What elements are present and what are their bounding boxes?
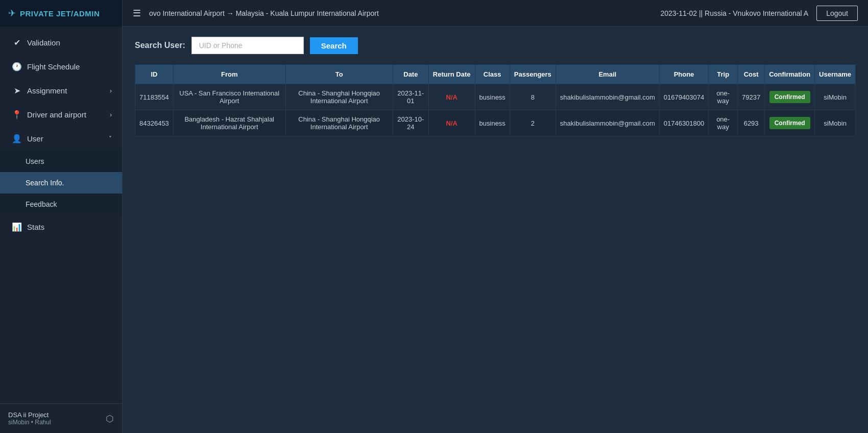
menu-icon[interactable]: ☰ <box>133 8 141 19</box>
cell-to: China - Shanghai Hongqiao International … <box>285 84 393 110</box>
sidebar-item-label: Driver and airport <box>27 110 86 119</box>
sidebar-item-label: Stats <box>27 223 44 231</box>
chevron-right-icon: › <box>110 111 112 118</box>
confirmed-badge: Confirmed <box>769 91 810 103</box>
logo-text: PRIVATE JET/ADMIN <box>20 9 100 18</box>
col-return-date: Return Date <box>428 65 475 84</box>
checkmark-icon: ✔ <box>12 38 22 47</box>
col-cost: Cost <box>738 65 765 84</box>
cell-class: business <box>475 110 510 136</box>
col-phone: Phone <box>659 65 709 84</box>
cell-class: business <box>475 84 510 110</box>
cell-passengers: 2 <box>510 110 556 136</box>
topbar-date: 2023-11-02 || Russia - Vnukovo Internati… <box>660 9 808 17</box>
sidebar-navigation: ✔ Validation 🕐 Flight Schedule ➤ Assignm… <box>0 27 122 403</box>
col-id: ID <box>135 65 174 84</box>
cell-return-date: N/A <box>428 110 475 136</box>
search-bar: Search User: Search <box>135 37 856 54</box>
cell-cost: 79237 <box>738 84 765 110</box>
cell-date: 2023-11-01 <box>393 84 428 110</box>
col-from: From <box>173 65 285 84</box>
footer-users: siMobin • Rahul <box>8 419 51 426</box>
sidebar-item-stats[interactable]: 📊 Stats <box>0 215 122 239</box>
cell-phone: 01679403074 <box>659 84 709 110</box>
clock-icon: 🕐 <box>12 62 22 71</box>
col-confirmation: Confirmation <box>765 65 815 84</box>
user-submenu: Users Search Info. Feedback <box>0 151 122 215</box>
search-button[interactable]: Search <box>310 37 358 54</box>
na-value: N/A <box>446 119 457 127</box>
bookings-table: ID From To Date Return Date Class Passen… <box>135 64 856 136</box>
cell-return-date: N/A <box>428 84 475 110</box>
page-content: Search User: Search ID From To Date Retu… <box>123 27 868 433</box>
cell-date: 2023-10-24 <box>393 110 428 136</box>
col-date: Date <box>393 65 428 84</box>
col-class: Class <box>475 65 510 84</box>
table-header-row: ID From To Date Return Date Class Passen… <box>135 65 856 84</box>
sidebar-item-label: Assignment <box>27 86 67 95</box>
sidebar-subitem-feedback[interactable]: Feedback <box>0 194 122 215</box>
topbar-route: ovo International Airport → Malaysia - K… <box>149 9 652 17</box>
sidebar-logo: ✈ PRIVATE JET/ADMIN <box>0 0 122 27</box>
cell-passengers: 8 <box>510 84 556 110</box>
cell-trip: one-way <box>709 110 738 136</box>
sidebar-subitem-search-info[interactable]: Search Info. <box>0 172 122 194</box>
cell-confirmation: Confirmed <box>765 110 815 136</box>
project-name: DSA ii Project <box>8 411 51 419</box>
cell-phone: 01746301800 <box>659 110 709 136</box>
sidebar-footer: DSA ii Project siMobin • Rahul ⬡ <box>0 403 122 433</box>
cell-to: China - Shanghai Hongqiao International … <box>285 110 393 136</box>
logout-button[interactable]: Logout <box>816 6 858 21</box>
topbar: ☰ ovo International Airport → Malaysia -… <box>123 0 868 27</box>
cell-username: siMobin <box>815 110 856 136</box>
stats-icon: 📊 <box>12 222 22 232</box>
col-to: To <box>285 65 393 84</box>
table-row: 71183554USA - San Francisco Internationa… <box>135 84 856 110</box>
cell-id: 84326453 <box>135 110 174 136</box>
sidebar: ✈ PRIVATE JET/ADMIN ✔ Validation 🕐 Fligh… <box>0 0 123 433</box>
cell-email: shakibulislammobin@gmail.com <box>556 84 659 110</box>
sidebar-item-driver-airport[interactable]: 📍 Driver and airport › <box>0 103 122 127</box>
search-input[interactable] <box>191 37 304 54</box>
cell-id: 71183554 <box>135 84 174 110</box>
user-icon: 👤 <box>12 134 22 143</box>
sidebar-item-flight-schedule[interactable]: 🕐 Flight Schedule <box>0 55 122 79</box>
chevron-right-icon: › <box>110 87 112 94</box>
confirmed-badge: Confirmed <box>769 117 810 129</box>
sidebar-item-assignment[interactable]: ➤ Assignment › <box>0 79 122 103</box>
sidebar-item-validation[interactable]: ✔ Validation <box>0 31 122 55</box>
sidebar-item-label: Flight Schedule <box>27 62 80 71</box>
search-label: Search User: <box>135 41 185 50</box>
sidebar-item-label: User <box>27 134 43 143</box>
location-icon: 📍 <box>12 110 22 119</box>
col-email: Email <box>556 65 659 84</box>
col-trip: Trip <box>709 65 738 84</box>
cell-from: Bangladesh - Hazrat Shahjalal Internatio… <box>173 110 285 136</box>
sidebar-item-label: Validation <box>27 38 60 47</box>
logout-icon[interactable]: ⬡ <box>106 413 114 424</box>
cell-username: siMobin <box>815 84 856 110</box>
sidebar-subitem-users[interactable]: Users <box>0 151 122 172</box>
arrow-icon: ➤ <box>12 86 22 95</box>
cell-cost: 6293 <box>738 110 765 136</box>
col-passengers: Passengers <box>510 65 556 84</box>
cell-email: shakibulislammobin@gmail.com <box>556 110 659 136</box>
cell-from: USA - San Francisco International Airpor… <box>173 84 285 110</box>
cell-trip: one-way <box>709 84 738 110</box>
sidebar-item-user[interactable]: 👤 User ˅ <box>0 127 122 151</box>
chevron-down-icon: ˅ <box>109 135 112 142</box>
footer-user-info: DSA ii Project siMobin • Rahul <box>8 411 51 426</box>
col-username: Username <box>815 65 856 84</box>
cell-confirmation: Confirmed <box>765 84 815 110</box>
main-content: ☰ ovo International Airport → Malaysia -… <box>123 0 868 433</box>
table-row: 84326453Bangladesh - Hazrat Shahjalal In… <box>135 110 856 136</box>
plane-icon: ✈ <box>8 8 16 19</box>
na-value: N/A <box>446 93 457 101</box>
